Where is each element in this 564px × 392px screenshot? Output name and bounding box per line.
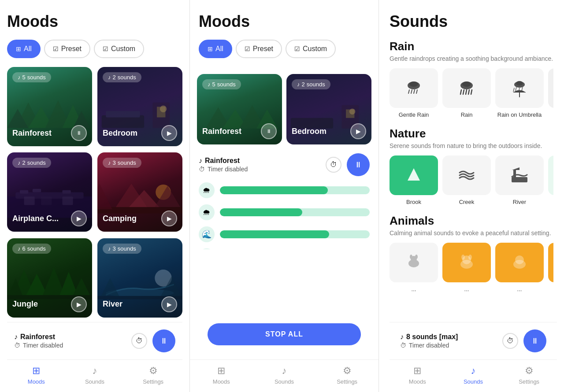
mood-card-airplane[interactable]: ♪2 sounds Airplane C... ▶	[7, 152, 92, 232]
right-timer: ⏱ Timer disabled	[400, 342, 502, 349]
center-nav-sounds[interactable]: ♪ Sounds	[271, 365, 297, 385]
left-title: Moods	[7, 12, 182, 31]
sound-item-rain[interactable]: Rain	[442, 68, 491, 118]
sounds-badge-rainforest: ♪5 sounds	[12, 72, 51, 82]
svg-line-56	[468, 90, 469, 94]
sound-item-animal-3[interactable]: ...	[548, 243, 553, 292]
mixer-section: 🌧 🌧 🌊 🌊 🐦	[190, 182, 378, 249]
moods-nav-icon: ⊞	[32, 365, 40, 377]
sounds-badge-bedroom: ♪2 sounds	[103, 72, 141, 82]
right-nav-sounds[interactable]: ♪ Sounds	[460, 365, 486, 385]
center-player-info: ♪Rainforest ⏱Timer disabled ⏱ ⏸	[190, 147, 378, 182]
svg-point-80	[468, 255, 472, 260]
nav-settings-left[interactable]: ⚙ Settings	[140, 365, 167, 385]
center-settings-icon: ⚙	[343, 365, 352, 377]
svg-line-60	[513, 88, 514, 92]
mixer-icon-2: 🌊	[199, 226, 215, 242]
creek-card	[442, 155, 491, 195]
mood-card-camping[interactable]: ♪3 sounds Camping ▶	[97, 152, 182, 232]
tab-preset-left[interactable]: ☑ Preset	[44, 40, 90, 58]
svg-line-57	[471, 90, 472, 94]
animals-title: Animals	[390, 214, 553, 228]
mood-grid-left: ♪5 sounds Rainforest ⏸ ♪2 sounds	[7, 67, 182, 322]
svg-point-59	[516, 81, 523, 85]
sound-item-river[interactable]: River	[495, 155, 544, 205]
right-pause-btn[interactable]: ⏸	[523, 329, 546, 352]
mixer-slider-1[interactable]	[220, 208, 370, 216]
right-nav-moods[interactable]: ⊞ Moods	[404, 365, 430, 385]
play-bedroom[interactable]: ▶	[161, 125, 177, 141]
nav-sounds-left[interactable]: ♪ Sounds	[82, 365, 108, 385]
center-pause-btn[interactable]: ⏸	[347, 153, 370, 176]
rain-section: Rain Gentle raindrops creating a soothin…	[390, 40, 553, 118]
svg-point-76	[415, 255, 418, 259]
svg-point-79	[461, 255, 465, 260]
nature-desc: Serene sounds from nature to bring the o…	[390, 142, 553, 149]
mixer-icon-0: 🌧	[199, 182, 215, 198]
mixer-icon-1: 🌧	[199, 204, 215, 220]
sounds-content: Rain Gentle raindrops creating a soothin…	[390, 40, 557, 322]
center-timer-btn[interactable]: ⏱	[326, 157, 341, 173]
mood-card-bedroom[interactable]: ♪2 sounds Bedroom ▶	[97, 67, 182, 146]
center-mood-grid: ♪5 sounds Rainforest ⏸ ♪2 sounds	[190, 74, 378, 144]
sound-item-rain-umbrella[interactable]: Rain on Umbrella	[495, 68, 544, 118]
nav-moods-left[interactable]: ⊞ Moods	[23, 365, 49, 385]
pause-rainforest[interactable]: ⏸	[71, 125, 87, 141]
nature-section: Nature Serene sounds from nature to brin…	[390, 127, 553, 205]
sound-item-wind[interactable]: Wi...	[548, 155, 553, 205]
center-sounds-bedroom: ♪2 sounds	[292, 79, 330, 89]
river-card	[495, 155, 544, 195]
left-timer-btn[interactable]: ⏱	[131, 333, 147, 349]
center-pause-rainforest[interactable]: ⏸	[261, 123, 277, 139]
animal0-card	[390, 243, 438, 282]
sound-item-gentle-rain[interactable]: Gentle Rain	[390, 68, 438, 118]
left-pause-btn[interactable]: ⏸	[152, 329, 175, 352]
center-card-rainforest[interactable]: ♪5 sounds Rainforest ⏸	[197, 74, 282, 144]
mood-card-river[interactable]: ♪3 sounds River ▶	[97, 238, 182, 318]
play-airplane[interactable]: ▶	[71, 211, 87, 226]
tab-custom-left[interactable]: ☑ Custom	[94, 40, 144, 58]
svg-marker-72	[512, 167, 519, 170]
wind-card	[548, 155, 553, 195]
mixer-slider-2[interactable]	[220, 230, 370, 238]
sound-item-brook[interactable]: Brook	[390, 155, 438, 205]
center-nav-moods[interactable]: ⊞ Moods	[208, 365, 234, 385]
animal3-card	[548, 243, 553, 282]
left-timer: ⏱ Timer disabled	[14, 342, 131, 349]
center-nav-settings[interactable]: ⚙ Settings	[334, 365, 360, 385]
mood-card-jungle[interactable]: ♪6 sounds Jungle ▶	[7, 238, 92, 318]
mixer-track-1: 🌧	[199, 204, 370, 220]
left-panel: Moods ⊞ All ☑ Preset ☑ Custom	[0, 0, 189, 392]
center-header: Moods ⊞ All ☑ Preset ☑ Custom	[190, 0, 378, 74]
rain-card	[442, 68, 491, 108]
preset-icon-left: ☑	[53, 45, 59, 52]
play-river[interactable]: ▶	[161, 296, 177, 312]
tab-all-left[interactable]: ⊞ All	[7, 40, 41, 58]
center-play-bedroom[interactable]: ▶	[350, 123, 366, 139]
svg-rect-71	[513, 170, 516, 177]
sound-item-animal-1[interactable]: ...	[442, 243, 491, 292]
center-title: Moods	[199, 12, 370, 31]
play-jungle[interactable]: ▶	[71, 296, 87, 312]
right-timer-btn[interactable]: ⏱	[502, 333, 518, 349]
sound-item-animal-2[interactable]: ...	[495, 243, 544, 292]
tab-custom-center[interactable]: ☑ Custom	[286, 40, 336, 58]
left-track-name: ♪ Rainforest	[14, 333, 131, 341]
sounds-badge-airplane: ♪2 sounds	[12, 158, 51, 168]
tab-all-center[interactable]: ⊞ All	[199, 40, 232, 58]
tab-preset-center[interactable]: ☑ Preset	[236, 40, 282, 58]
center-card-bedroom[interactable]: ♪2 sounds Bedroom ▶	[286, 74, 371, 144]
animal2-card	[495, 243, 544, 282]
center-panel: Moods ⊞ All ☑ Preset ☑ Custom	[189, 0, 379, 392]
all-icon-left: ⊞	[16, 45, 21, 52]
sound-item-rain4[interactable]: Ri...	[548, 68, 553, 118]
sound-item-animal-0[interactable]: ...	[390, 243, 438, 292]
nature-title: Nature	[390, 127, 553, 141]
right-nav-settings[interactable]: ⚙ Settings	[516, 365, 542, 385]
play-camping[interactable]: ▶	[161, 211, 177, 226]
mixer-slider-0[interactable]	[220, 186, 370, 194]
stop-all-btn[interactable]: STOP ALL	[208, 323, 361, 345]
mood-card-rainforest[interactable]: ♪5 sounds Rainforest ⏸	[7, 67, 92, 146]
sound-item-creek[interactable]: Creek	[442, 155, 491, 205]
brook-card	[390, 155, 438, 195]
